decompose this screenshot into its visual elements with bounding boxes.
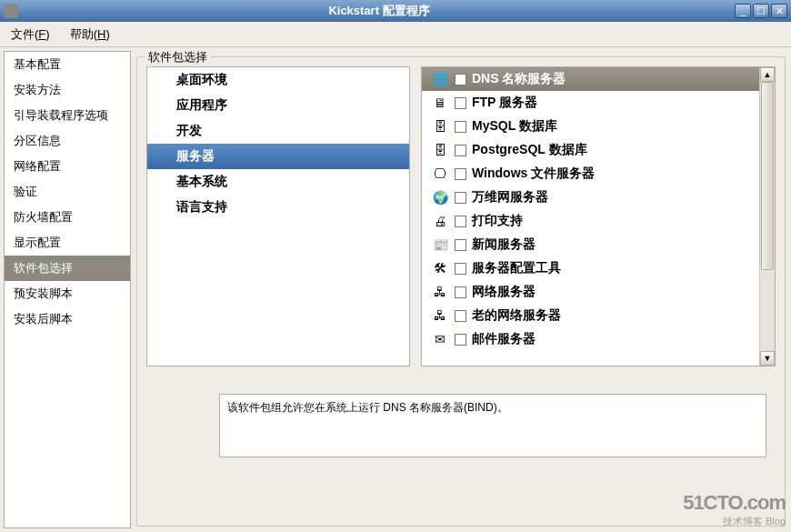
menu-help[interactable]: 帮助(H)	[66, 25, 114, 45]
sidebar-item-4[interactable]: 网络配置	[5, 154, 130, 179]
package-checkbox[interactable]	[455, 74, 466, 85]
sidebar-item-6[interactable]: 防火墙配置	[5, 205, 130, 230]
db-icon: 🗄	[431, 118, 449, 135]
sidebar-item-5[interactable]: 验证	[5, 179, 130, 205]
printer-icon: 🖨	[431, 213, 449, 229]
package-label: 万维网服务器	[472, 189, 548, 206]
package-checkbox[interactable]	[455, 145, 466, 156]
package-checkbox[interactable]	[455, 97, 466, 109]
package-item-6[interactable]: 🖨打印支持	[422, 209, 759, 233]
package-checkbox[interactable]	[455, 121, 466, 133]
scroll-down-button[interactable]: ▼	[760, 351, 775, 366]
window-title: Kickstart 配置程序	[24, 3, 735, 19]
globe-dns-icon: 🌐	[431, 71, 449, 87]
minimize-button[interactable]: _	[735, 4, 751, 18]
mail-icon: ✉	[431, 331, 449, 347]
news-icon: 📰	[431, 236, 449, 253]
scroll-track[interactable]	[760, 82, 775, 351]
package-checkbox[interactable]	[455, 310, 466, 322]
package-checkbox[interactable]	[455, 334, 466, 346]
package-label: 邮件服务器	[472, 331, 536, 347]
package-label: FTP 服务器	[472, 95, 537, 111]
web-icon: 🌍	[431, 189, 449, 206]
package-list[interactable]: 🌐DNS 名称服务器🖥FTP 服务器🗄MySQL 数据库🗄PostgreSQL …	[421, 66, 776, 366]
package-item-0[interactable]: 🌐DNS 名称服务器	[422, 67, 759, 91]
maximize-button[interactable]: ☐	[753, 4, 769, 18]
package-checkbox[interactable]	[455, 168, 466, 180]
menubar: 文件(F) 帮助(H)	[0, 22, 791, 47]
ftp-icon: 🖥	[431, 95, 449, 111]
menu-file[interactable]: 文件(F)	[7, 25, 54, 45]
package-checkbox[interactable]	[455, 192, 466, 204]
sidebar-item-8[interactable]: 软件包选择	[5, 256, 130, 281]
scrollbar[interactable]: ▲ ▼	[759, 67, 775, 366]
scroll-thumb[interactable]	[761, 82, 774, 270]
category-item-5[interactable]: 语言支持	[147, 195, 409, 220]
category-item-3[interactable]: 服务器	[147, 144, 409, 169]
category-list[interactable]: 桌面环境应用程序开发服务器基本系统语言支持	[146, 66, 410, 366]
sidebar-item-10[interactable]: 安装后脚本	[5, 306, 130, 332]
windows-icon: 🖵	[431, 166, 449, 182]
db-icon: 🗄	[431, 142, 449, 158]
sidebar: 基本配置安装方法引导装载程序选项分区信息网络配置验证防火墙配置显示配置软件包选择…	[4, 51, 131, 528]
package-panel: 软件包选择 桌面环境应用程序开发服务器基本系统语言支持 🌐DNS 名称服务器🖥F…	[136, 56, 786, 527]
package-label: 服务器配置工具	[472, 260, 561, 276]
network-old-icon: 🖧	[431, 307, 449, 324]
package-item-10[interactable]: 🖧老的网络服务器	[422, 304, 759, 327]
sidebar-item-0[interactable]: 基本配置	[5, 52, 130, 77]
package-item-3[interactable]: 🗄PostgreSQL 数据库	[422, 138, 759, 162]
package-checkbox[interactable]	[455, 239, 466, 251]
package-checkbox[interactable]	[455, 216, 466, 227]
package-label: 老的网络服务器	[472, 307, 561, 324]
sidebar-item-7[interactable]: 显示配置	[5, 230, 130, 256]
category-item-1[interactable]: 应用程序	[147, 93, 409, 118]
description-box: 该软件包组允许您在系统上运行 DNS 名称服务器(BIND)。	[219, 394, 766, 457]
sidebar-item-1[interactable]: 安装方法	[5, 77, 130, 103]
package-label: PostgreSQL 数据库	[472, 142, 587, 158]
app-icon	[4, 4, 18, 18]
network-icon: 🖧	[431, 284, 449, 300]
package-item-5[interactable]: 🌍万维网服务器	[422, 186, 759, 209]
package-item-7[interactable]: 📰新闻服务器	[422, 233, 759, 256]
package-label: Windows 文件服务器	[472, 166, 595, 182]
package-item-1[interactable]: 🖥FTP 服务器	[422, 91, 759, 115]
package-label: DNS 名称服务器	[472, 71, 566, 87]
sidebar-item-2[interactable]: 引导装载程序选项	[5, 103, 130, 128]
package-item-11[interactable]: ✉邮件服务器	[422, 327, 759, 351]
category-item-0[interactable]: 桌面环境	[147, 67, 409, 93]
scroll-up-button[interactable]: ▲	[760, 67, 775, 82]
package-checkbox[interactable]	[455, 286, 466, 298]
package-item-2[interactable]: 🗄MySQL 数据库	[422, 115, 759, 138]
category-item-4[interactable]: 基本系统	[147, 169, 409, 195]
titlebar: Kickstart 配置程序 _ ☐ ✕	[0, 0, 791, 22]
package-label: MySQL 数据库	[472, 118, 557, 135]
sidebar-item-3[interactable]: 分区信息	[5, 128, 130, 154]
panel-legend: 软件包选择	[145, 49, 211, 65]
category-item-2[interactable]: 开发	[147, 118, 409, 144]
package-label: 新闻服务器	[472, 236, 536, 253]
package-label: 打印支持	[472, 213, 523, 229]
package-item-4[interactable]: 🖵Windows 文件服务器	[422, 162, 759, 186]
package-item-9[interactable]: 🖧网络服务器	[422, 280, 759, 304]
package-label: 网络服务器	[472, 284, 536, 300]
sidebar-item-9[interactable]: 预安装脚本	[5, 281, 130, 306]
package-item-8[interactable]: 🛠服务器配置工具	[422, 256, 759, 280]
close-button[interactable]: ✕	[771, 4, 787, 18]
config-icon: 🛠	[431, 260, 449, 276]
package-checkbox[interactable]	[455, 263, 466, 275]
